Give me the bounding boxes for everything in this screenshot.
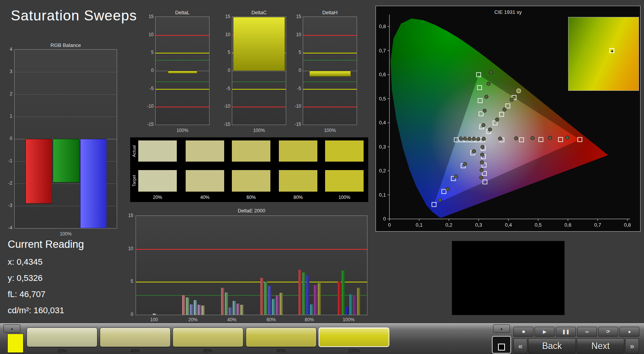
y-tick-label: 0 [1, 136, 12, 141]
saturation-swatch-40%-button[interactable] [100, 327, 171, 347]
loop-button[interactable]: ∞ [577, 327, 597, 337]
y-tick-label: -15 [217, 122, 230, 127]
deltae-group-label: 100% [337, 317, 360, 322]
limit-red [303, 107, 357, 107]
play-button[interactable]: ▶ [535, 327, 555, 337]
gridline [15, 94, 117, 95]
deltae-bar [240, 305, 243, 315]
y-tick-label: 0 [141, 68, 154, 73]
saturation-swatch-label: 80% [246, 348, 317, 354]
deltae-bar [310, 304, 313, 315]
delta-bar-deltac [233, 17, 285, 71]
deltae-bar [229, 307, 232, 315]
y-tick-label: -4 [1, 225, 12, 230]
deltae-bar [194, 300, 197, 315]
back-chevron-button[interactable]: « [513, 338, 527, 354]
deltae-bar [233, 301, 236, 315]
pause-button[interactable]: ❚❚ [556, 327, 576, 337]
reading-y: y: 0,5326 [8, 273, 43, 283]
stop-square-icon [498, 344, 505, 351]
saturation-swatch-label: 60% [173, 348, 243, 354]
swatch-actual-60% [232, 140, 270, 162]
delta-plot-deltal [155, 17, 210, 125]
y-tick-label: -3 [1, 203, 12, 208]
stop-button[interactable]: ■ [513, 327, 533, 337]
saturation-swatch-80%-button[interactable] [246, 327, 317, 347]
cie-panel: 00,10,20,30,40,50,60,70,800,10,20,30,40,… [376, 6, 641, 232]
delta-xlabel: 100% [155, 128, 210, 133]
deltae-bar [198, 305, 201, 315]
deltae-bar [357, 288, 360, 315]
y-tick-label: -10 [141, 104, 154, 109]
deltae-bar [349, 294, 352, 315]
zero-line [232, 71, 286, 71]
record-button[interactable]: ● [619, 327, 639, 337]
measured-point [482, 137, 485, 140]
page-title: Saturation Sweeps [11, 8, 137, 24]
measured-point [481, 145, 484, 149]
y-tick-label: -5 [217, 86, 230, 91]
saturation-swatch-20%-button[interactable] [27, 327, 97, 347]
swatch-col-label: 100% [325, 195, 364, 200]
axis-tick-label: 0,4 [379, 120, 386, 125]
y-tick-label: -5 [141, 86, 154, 91]
y-tick-label: 5 [141, 50, 154, 55]
y-tick-label: 15 [121, 213, 133, 218]
y-tick-label: 2 [1, 91, 12, 97]
deltae-bar [182, 295, 185, 315]
delta-plot-deltac [232, 17, 286, 125]
y-tick-label: -5 [288, 86, 301, 91]
swatch-col-label: 80% [279, 195, 317, 200]
deltae-bar [201, 306, 205, 315]
swatch-target-100% [325, 170, 364, 192]
saturation-swatch-60%-button[interactable] [173, 327, 243, 347]
axis-tick-label: 0,1 [379, 192, 386, 198]
axis-tick-label: 0 [383, 216, 386, 222]
current-point-marker [609, 48, 614, 53]
saturation-swatch-label: 20% [27, 348, 97, 354]
axis-tick-label: 0,3 [475, 222, 482, 228]
limit-yellow [136, 282, 367, 282]
saturation-swatch-100%-button[interactable] [319, 327, 389, 347]
limit-yellow [156, 89, 209, 90]
scroll-up-right-button[interactable]: ▲ [493, 324, 510, 333]
axis-tick-label: 0,7 [379, 48, 386, 53]
scroll-up-left-button[interactable]: ▲ [3, 324, 20, 333]
axis-tick-label: 0,2 [379, 168, 386, 174]
stop-pattern-button[interactable] [492, 336, 511, 354]
deltae-group-label: 40% [220, 317, 243, 322]
swatch-row-label-actual: Actual [131, 140, 137, 162]
limit-green [232, 82, 286, 82]
deltae-bar [225, 292, 228, 315]
measured-point [476, 137, 480, 141]
deltae-bar [338, 282, 341, 315]
y-tick-label: 10 [217, 32, 230, 37]
deltae-bar [345, 307, 349, 315]
y-tick-label: -15 [141, 122, 154, 127]
refresh-button[interactable]: ⟳ [598, 327, 618, 337]
deltae-bar [268, 286, 271, 315]
deltae-bar [314, 285, 317, 315]
next-chevron-button[interactable]: » [625, 338, 639, 354]
limit-green [303, 60, 357, 60]
y-tick-label: 5 [217, 50, 230, 55]
y-tick-label: 15 [288, 14, 301, 19]
delta-chart-title: DeltaC [232, 10, 286, 15]
measured-point [489, 70, 493, 74]
delta-bar-deltah [309, 71, 351, 77]
measured-point [482, 124, 485, 127]
measured-point [480, 161, 484, 164]
rgb-balance-title: RGB Balance [14, 42, 117, 48]
swatch-col-label: 20% [138, 195, 177, 200]
limit-yellow [303, 53, 357, 53]
measured-point [483, 109, 486, 112]
limit-red [136, 249, 367, 250]
cie-zoom-inset [568, 17, 639, 91]
back-button[interactable]: Back [528, 338, 576, 354]
limit-red [156, 107, 209, 107]
next-button[interactable]: Next [577, 338, 624, 354]
deltae-bar [190, 304, 193, 315]
reading-x: x: 0,4345 [8, 257, 43, 267]
y-tick-label: 1 [1, 114, 12, 119]
actual-target-swatch-panel: ActualTarget20%40%60%80%100% [130, 137, 368, 202]
